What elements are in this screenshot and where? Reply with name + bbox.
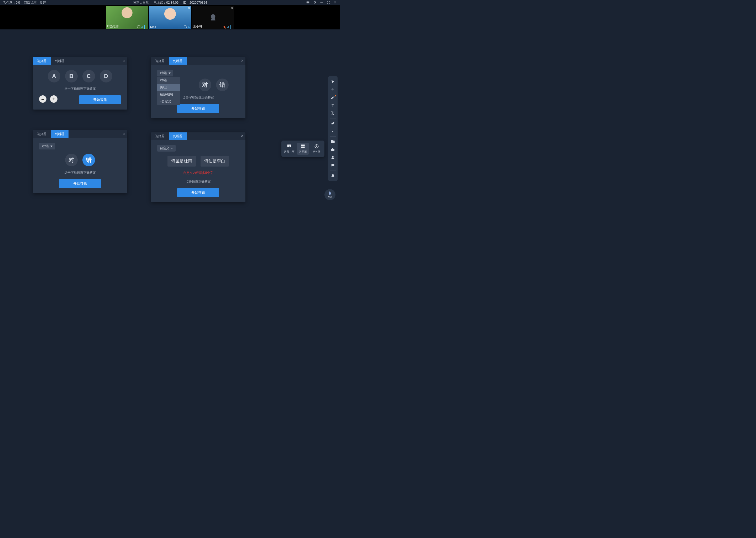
video-tile-student[interactable]: × Nina xyxy=(149,6,191,29)
start-answer-button[interactable]: 开始答题 xyxy=(177,188,219,197)
pen-tool-icon[interactable] xyxy=(328,93,338,101)
class-title: 神秘大自然 xyxy=(133,1,149,5)
tile-close-icon[interactable]: × xyxy=(188,6,190,10)
judge-type-select[interactable]: 对/错 xyxy=(39,143,55,149)
camera-off-icon xyxy=(208,12,218,23)
judge-type-select[interactable]: 对/错 对/错 美/丑 精致/粗糙 +自定义 xyxy=(157,70,173,77)
answer-option-d[interactable]: D xyxy=(100,70,112,82)
packet-loss-label: 丢包率：0% xyxy=(3,1,20,5)
mic-icon xyxy=(141,25,144,28)
participant-name: 王小明 xyxy=(193,25,202,28)
svg-rect-7 xyxy=(303,144,305,146)
tab-judge[interactable]: 判断题 xyxy=(51,57,69,65)
menu-item[interactable]: 美/丑 xyxy=(157,84,180,91)
mic-icon xyxy=(227,25,230,28)
start-answer-button[interactable]: 开始答题 xyxy=(177,104,219,113)
tab-choice[interactable]: 选择题 xyxy=(33,130,51,138)
remove-option-button[interactable]: – xyxy=(39,95,46,103)
svg-rect-6 xyxy=(301,144,303,146)
panel-close-icon[interactable]: × xyxy=(241,58,243,63)
chevron-down-icon xyxy=(168,73,170,74)
svg-rect-3 xyxy=(331,149,334,151)
tile-close-icon[interactable]: × xyxy=(231,6,233,10)
scissors-icon[interactable] xyxy=(328,109,338,117)
buzzer-button[interactable]: 抢答器 xyxy=(311,143,322,155)
toolbox-icon[interactable] xyxy=(328,145,338,153)
settings-icon[interactable] xyxy=(313,1,316,5)
pointer-tool-icon[interactable] xyxy=(328,78,338,86)
signal-icon xyxy=(230,25,234,28)
user-icon[interactable] xyxy=(328,153,338,161)
start-answer-button[interactable]: 开始答题 xyxy=(59,179,101,188)
answer-tool-button[interactable]: 答题器 xyxy=(297,143,309,155)
tab-judge[interactable]: 判断题 xyxy=(169,133,187,140)
hand-count: 0/2 xyxy=(328,195,332,198)
custom-answer-option[interactable]: 诗仙是李白 xyxy=(201,156,229,167)
answer-option-true[interactable]: 对 xyxy=(199,79,211,91)
laser-icon[interactable] xyxy=(328,128,338,135)
record-icon xyxy=(184,25,187,28)
video-strip: 叮当老师 × Nina × 王小明 xyxy=(0,5,340,29)
svg-rect-8 xyxy=(301,146,303,148)
right-tool-rail xyxy=(328,76,338,181)
tab-choice[interactable]: 选择题 xyxy=(151,133,169,140)
text-tool-icon[interactable] xyxy=(328,101,338,109)
answer-option-false[interactable]: 错 xyxy=(82,154,95,166)
participant-name: Nina xyxy=(150,25,156,28)
close-icon[interactable] xyxy=(333,1,337,5)
menu-item[interactable]: 对/错 xyxy=(157,77,180,84)
answer-option-true[interactable]: 对 xyxy=(65,154,78,166)
tab-judge[interactable]: 判断题 xyxy=(51,130,69,138)
question-panel-custom: 选择题 判断题 × 自定义 诗圣是杜甫 诗仙是李白 自定义内容最多5个字 点击预… xyxy=(151,133,246,202)
judge-type-menu: 对/错 美/丑 精致/粗糙 +自定义 xyxy=(157,77,180,105)
move-tool-icon[interactable] xyxy=(328,86,338,93)
tab-choice[interactable]: 选择题 xyxy=(33,57,51,65)
preset-hint: 点击字母预设正确答案 xyxy=(182,95,214,100)
elapsed-time: 已上课：02:34:09 xyxy=(154,1,178,5)
answer-option-false[interactable]: 错 xyxy=(216,79,229,91)
chevron-down-icon xyxy=(171,148,173,149)
teaching-tools-popup: 屏幕共享 答题器 抢答器 xyxy=(281,140,324,157)
start-answer-button[interactable]: 开始答题 xyxy=(79,95,121,104)
answer-option-b[interactable]: B xyxy=(65,70,78,82)
mic-muted-icon xyxy=(223,25,226,28)
chat-icon[interactable] xyxy=(328,161,338,169)
record-icon xyxy=(137,25,140,28)
svg-rect-9 xyxy=(303,146,305,148)
question-panel-judge-selected: 选择题 判断题 × 对/错 对 错 点击字母预设正确答案 开始答题 xyxy=(33,130,127,193)
maximize-icon[interactable] xyxy=(327,1,330,5)
custom-answer-option[interactable]: 诗圣是杜甫 xyxy=(167,156,196,167)
network-status-label: 网络状态：良好 xyxy=(24,1,46,5)
participant-name: 叮当老师 xyxy=(107,25,118,28)
video-tile-student-camoff[interactable]: × 王小明 xyxy=(192,6,234,29)
question-panel-judge-dropdown: 选择题 判断题 × 对/错 对/错 美/丑 精致/粗糙 +自定义 对 错 点击字… xyxy=(151,57,246,118)
answer-option-a[interactable]: A xyxy=(48,70,60,82)
panel-close-icon[interactable]: × xyxy=(123,131,125,136)
camera-toggle-icon[interactable] xyxy=(306,1,310,5)
add-option-button[interactable]: + xyxy=(50,95,58,103)
bell-icon[interactable] xyxy=(328,172,338,180)
preset-hint: 点击预设正确答案 xyxy=(186,180,211,184)
tab-choice[interactable]: 选择题 xyxy=(151,57,169,65)
panel-close-icon[interactable]: × xyxy=(123,58,125,63)
signal-icon xyxy=(144,25,148,28)
answer-option-c[interactable]: C xyxy=(82,70,95,82)
minimize-icon[interactable] xyxy=(320,1,323,5)
eraser-icon[interactable] xyxy=(328,120,338,128)
folder-icon[interactable] xyxy=(328,138,338,145)
tab-judge[interactable]: 判断题 xyxy=(169,57,187,65)
screen-share-button[interactable]: 屏幕共享 xyxy=(283,143,295,155)
menu-item[interactable]: 精致/粗糙 xyxy=(157,91,180,98)
video-tile-teacher[interactable]: 叮当老师 xyxy=(106,6,148,29)
top-bar: 丢包率：0% 网络状态：良好 神秘大自然 已上课：02:34:09 ID：202… xyxy=(0,0,340,5)
panel-close-icon[interactable]: × xyxy=(241,134,243,138)
preset-hint: 点击字母预设正确答案 xyxy=(64,87,96,91)
question-panel-choice: 选择题 判断题 × A B C D 点击字母预设正确答案 – + 开始答题 xyxy=(33,57,127,110)
svg-point-2 xyxy=(332,131,333,132)
raise-hand-badge[interactable]: 0/2 xyxy=(324,189,336,200)
menu-item-add-custom[interactable]: +自定义 xyxy=(157,98,180,105)
judge-type-select[interactable]: 自定义 xyxy=(157,145,176,152)
svg-point-4 xyxy=(332,156,333,157)
svg-rect-0 xyxy=(320,2,323,2)
custom-limit-hint: 自定义内容最多5个字 xyxy=(183,171,213,175)
